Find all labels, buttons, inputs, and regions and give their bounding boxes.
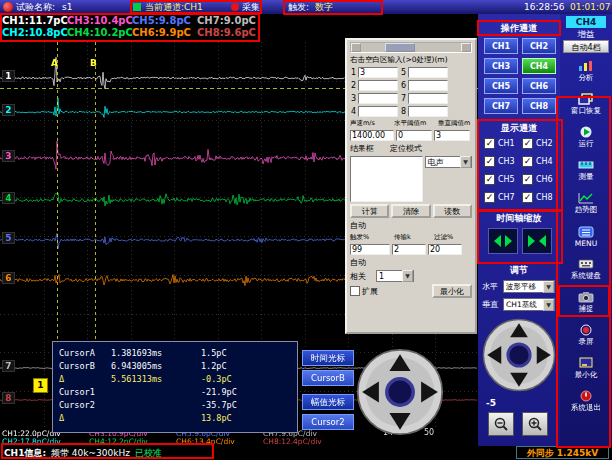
display-check-ch3[interactable]: CH3 xyxy=(484,156,515,167)
sensor-input-2[interactable] xyxy=(358,80,398,91)
vertical-mode-dropdown[interactable]: CH1基线 xyxy=(503,298,555,311)
window-restore-button[interactable]: 窗口恢复 xyxy=(561,89,611,120)
chevron-down-icon xyxy=(543,299,554,311)
check-label: CH1 xyxy=(498,139,515,148)
display-check-ch5[interactable]: CH5 xyxy=(484,174,515,185)
sensor-input-5[interactable] xyxy=(408,67,448,78)
dpad-center-button[interactable] xyxy=(387,379,413,405)
button-label: 录屏 xyxy=(579,337,594,347)
cursor-name: CursorB xyxy=(59,360,111,373)
vertical-adjust-row: 垂直 CH1基线 xyxy=(482,298,555,311)
trace-select-badge[interactable]: 1 xyxy=(33,378,48,393)
calculate-button[interactable]: 计算 xyxy=(350,204,389,218)
capture-button[interactable]: 捕捉 xyxy=(561,287,611,318)
op-channel-ch3[interactable]: CH3 xyxy=(484,58,518,74)
sensor-input-3[interactable] xyxy=(358,93,398,104)
trigger-label: 触发: xyxy=(288,1,309,13)
check-label: CH5 xyxy=(498,175,515,184)
trend-icon xyxy=(578,192,594,204)
minimize-button[interactable]: 最小化 xyxy=(561,353,611,384)
dpad-center-button[interactable] xyxy=(508,344,530,366)
measure-icon xyxy=(578,159,594,171)
display-check-ch6[interactable]: CH6 xyxy=(522,174,553,185)
horizontal-mode-dropdown[interactable]: 波形平移 xyxy=(503,280,555,293)
button-label: 捕捉 xyxy=(579,304,594,314)
analysis-button[interactable]: 分析 xyxy=(561,56,611,87)
display-check-ch8[interactable]: CH8 xyxy=(522,192,553,203)
sensor-input-row: 4 8 xyxy=(350,106,472,117)
op-channel-ch4[interactable]: CH4 xyxy=(522,58,556,74)
trace-4-label: 4 xyxy=(2,192,15,204)
display-check-ch2[interactable]: CH2 xyxy=(522,138,553,149)
clear-button[interactable]: 清除 xyxy=(391,204,430,218)
scrollbar-thumb[interactable] xyxy=(385,43,415,52)
minimize-dialog-button[interactable]: 最小化 xyxy=(432,284,472,298)
op-channel-ch2[interactable]: CH2 xyxy=(522,38,556,54)
transfer-input[interactable] xyxy=(392,244,426,255)
display-check-ch7[interactable]: CH7 xyxy=(484,192,515,203)
h-threshold-input[interactable] xyxy=(396,130,432,141)
display-check-ch1[interactable]: CH1 xyxy=(484,138,515,149)
zoom-out-button[interactable] xyxy=(488,412,514,436)
sensor-input-1[interactable] xyxy=(358,67,398,78)
speed-input[interactable] xyxy=(350,130,394,141)
op-channel-ch7[interactable]: CH7 xyxy=(484,98,518,114)
system-exit-button[interactable]: 系统退出 xyxy=(561,386,611,417)
filter-pct-input[interactable] xyxy=(428,244,462,255)
readout-row-2: CH2:10.8pC CH4:10.2pC CH6:9.9pC CH8:9.6p… xyxy=(2,27,262,39)
v-threshold-input[interactable] xyxy=(434,130,470,141)
op-channel-ch8[interactable]: CH8 xyxy=(522,98,556,114)
cursor-dpad[interactable] xyxy=(356,348,444,436)
keyboard-icon xyxy=(578,258,594,270)
op-channel-ch1[interactable]: CH1 xyxy=(484,38,518,54)
amp-cursor-button[interactable]: Cursor2 xyxy=(302,414,354,430)
test-name-value: s1 xyxy=(62,1,72,13)
display-check-ch4[interactable]: CH4 xyxy=(522,156,553,167)
zoom-in-button[interactable] xyxy=(522,412,548,436)
chevron-down-icon xyxy=(460,156,471,168)
record-label: 采集 xyxy=(242,1,260,13)
button-label: 窗口恢复 xyxy=(571,106,601,116)
sensor-input-4[interactable] xyxy=(358,106,398,117)
menu-button[interactable]: MENU xyxy=(561,221,611,252)
cursor-amp: 1.2pC xyxy=(201,360,261,373)
cursor-row: CursorA 1.381693ms 1.5pC xyxy=(59,347,297,360)
time-zoom-out-button[interactable] xyxy=(488,228,518,254)
mode-dropdown[interactable]: 电声 xyxy=(425,156,472,168)
run-button[interactable]: 运行 xyxy=(561,122,611,153)
op-channel-ch6[interactable]: CH6 xyxy=(522,78,556,94)
adjust-dpad[interactable] xyxy=(482,318,556,392)
system-keyboard-button[interactable]: 系统键盘 xyxy=(561,254,611,285)
cursor-delta-row: Δ 13.8pC xyxy=(59,412,297,425)
scroll-right-arrow-icon[interactable] xyxy=(461,43,471,52)
trend-chart-button[interactable]: 趋势图 xyxy=(561,188,611,219)
gain-mode-button[interactable]: 自动4档 xyxy=(563,40,609,53)
trace-5-label: 5 xyxy=(2,232,15,244)
sensor-input-6[interactable] xyxy=(408,80,448,91)
sensor-input-8[interactable] xyxy=(408,106,448,117)
measure-button[interactable]: 测量 xyxy=(561,155,611,186)
time-cursor-button[interactable]: CursorB xyxy=(302,370,354,386)
sensor-label: 2 xyxy=(350,81,356,90)
dialog-buttons-row: 计算 清除 读数 xyxy=(350,204,472,218)
expand-checkbox[interactable] xyxy=(350,286,360,296)
sensor-label: 6 xyxy=(400,81,406,90)
auto-row-2: 自动 xyxy=(350,257,472,268)
trigger-pct-input[interactable] xyxy=(350,244,390,255)
vertical-label: 垂直 xyxy=(482,299,500,310)
read-button[interactable]: 读数 xyxy=(433,204,472,218)
correlation-dropdown[interactable]: 1 xyxy=(376,270,414,282)
result-listbox[interactable] xyxy=(350,156,423,202)
operate-channel-header: 操作通道 xyxy=(478,22,560,35)
sensor-input-7[interactable] xyxy=(408,93,448,104)
screen-record-button[interactable]: 录屏 xyxy=(561,320,611,351)
dialog-scrollbar[interactable] xyxy=(350,42,472,53)
scale-row-2: CH2:17.8pC/div CH4:12.2pC/div CH6:13.4pC… xyxy=(2,438,350,446)
run-icon xyxy=(578,126,594,138)
time-zoom-in-button[interactable] xyxy=(522,228,552,254)
info-label: CH1信息: xyxy=(4,447,46,459)
op-channel-ch5[interactable]: CH5 xyxy=(484,78,518,94)
checkbox-checked-icon xyxy=(522,156,533,167)
scroll-left-arrow-icon[interactable] xyxy=(351,43,361,52)
delta-amp: -0.3pC xyxy=(201,373,261,386)
